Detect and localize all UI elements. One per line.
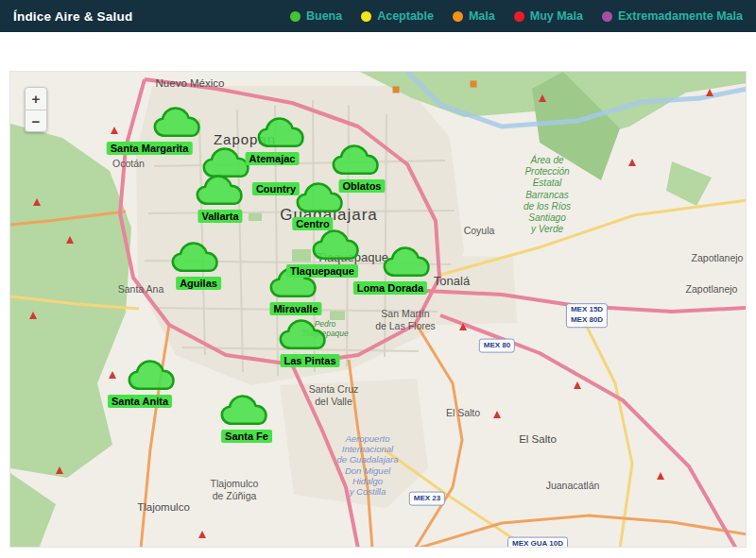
place-label-nuevo-mexico: Nuevo México: [156, 77, 225, 91]
peak-icon: [111, 127, 118, 134]
road-shield-mex-23: MEX 23: [409, 492, 445, 506]
legend-dot-icon: [361, 11, 371, 22]
legend-item-extremadamente-mala: Extremadamente Mala: [602, 9, 743, 23]
zoom-out-button[interactable]: −: [25, 110, 47, 132]
peak-icon: [109, 371, 116, 379]
cloud-marker-icon[interactable]: [310, 228, 363, 263]
header: Índice Aire & Salud BuenaAceptableMalaMu…: [0, 0, 756, 32]
legend: BuenaAceptableMalaMuy MalaExtremadamente…: [290, 9, 743, 23]
zoom-in-button[interactable]: +: [25, 87, 47, 110]
place-label-aeropuerto: Aeropuerto Internacional de Guadalajara …: [337, 433, 399, 497]
place-label-zapotlanejo: Zapotlanejo: [686, 283, 738, 296]
peak-icon: [459, 323, 467, 330]
place-label-el-salto: El Salto: [519, 433, 557, 447]
peak-icon: [56, 466, 63, 474]
cloud-marker-icon[interactable]: [330, 143, 383, 178]
peak-icon: [628, 159, 636, 166]
place-label-santa-cruz: Santa Cruz del Valle: [309, 383, 359, 407]
station-label[interactable]: Aguilas: [176, 277, 221, 290]
cloud-marker-icon[interactable]: [277, 317, 330, 353]
cloud-marker-icon[interactable]: [126, 358, 179, 394]
station-label[interactable]: Loma Dorada: [353, 281, 427, 295]
station-label[interactable]: Atemajac: [246, 152, 300, 165]
place-label-tlajomulco: Tlajomulco de Zúñiga: [211, 478, 259, 501]
legend-label: Mala: [469, 9, 495, 23]
legend-dot-icon: [514, 11, 524, 22]
place-label-ocotan: Ocotán: [112, 158, 145, 170]
marker-layer: Santa MargaritaAtemajacOblatosCountryVal…: [10, 72, 746, 547]
quarry-icon: [471, 81, 477, 88]
map[interactable]: Santa MargaritaAtemajacOblatosCountryVal…: [9, 71, 747, 548]
road-shield-mex-15d-mex-80d: MEX 15D MEX 80D: [566, 303, 608, 328]
road-shield-mex-80: MEX 80: [479, 339, 515, 353]
cloud-marker-icon[interactable]: [255, 115, 308, 151]
legend-item-buena: Buena: [290, 9, 342, 23]
legend-item-aceptable: Aceptable: [361, 9, 434, 23]
app-title: Índice Aire & Salud: [13, 9, 132, 24]
station-label[interactable]: Tlaquepaque: [286, 264, 358, 278]
legend-label: Buena: [306, 9, 342, 23]
place-label-area-de: Área de Protección Estatal Barrancas de …: [524, 155, 571, 235]
station-label[interactable]: Santa Fe: [221, 430, 272, 443]
station-label[interactable]: Centro: [292, 217, 333, 230]
peak-icon: [66, 236, 74, 244]
station-label[interactable]: Santa Margarita: [107, 142, 193, 155]
legend-label: Muy Mala: [530, 9, 583, 23]
quarry-icon: [393, 87, 400, 93]
cloud-marker-icon[interactable]: [169, 240, 222, 276]
peak-icon: [706, 89, 713, 96]
place-label-tonala: Tonalá: [434, 274, 470, 289]
station-label[interactable]: Miravalle: [269, 302, 321, 315]
station-label[interactable]: Oblatos: [339, 179, 386, 193]
station-label[interactable]: Las Pintas: [280, 354, 339, 367]
cloud-marker-icon[interactable]: [381, 245, 434, 280]
legend-label: Aceptable: [377, 9, 434, 23]
place-label-coyula: Coyula: [464, 225, 495, 237]
peak-icon: [29, 312, 37, 319]
peak-icon: [493, 411, 501, 418]
legend-item-mala: Mala: [453, 9, 495, 23]
station-label[interactable]: Santa Anita: [108, 395, 172, 408]
peak-icon: [198, 531, 206, 538]
legend-dot-icon: [453, 11, 463, 22]
place-label-juanacatlan: Juanacatlán: [546, 480, 600, 492]
cloud-marker-icon[interactable]: [151, 105, 204, 141]
peak-icon: [539, 94, 546, 102]
place-label-el-salto: El Salto: [446, 407, 480, 419]
legend-item-muy-mala: Muy Mala: [514, 9, 583, 23]
peak-icon: [657, 472, 664, 480]
station-label[interactable]: Country: [252, 182, 300, 195]
zoom-control: + −: [25, 87, 47, 132]
place-label-tlajomulco: Tlajomulco: [137, 501, 190, 515]
legend-label: Extremadamente Mala: [618, 9, 743, 23]
station-label[interactable]: Vallarta: [198, 210, 242, 223]
place-label-zapotlanejo: Zapotlanejo: [692, 252, 744, 264]
place-label-santa-ana: Santa Ana: [118, 283, 163, 296]
cloud-marker-icon[interactable]: [218, 393, 271, 429]
peak-icon: [33, 198, 41, 206]
legend-dot-icon: [602, 11, 612, 22]
peak-icon: [574, 381, 581, 389]
road-shield-mex-gua-10d: MEX GUA 10D: [507, 537, 568, 548]
cloud-marker-icon[interactable]: [194, 173, 247, 209]
place-label-san-martin: San Martín de Las Flores: [375, 308, 436, 331]
legend-dot-icon: [290, 11, 301, 22]
